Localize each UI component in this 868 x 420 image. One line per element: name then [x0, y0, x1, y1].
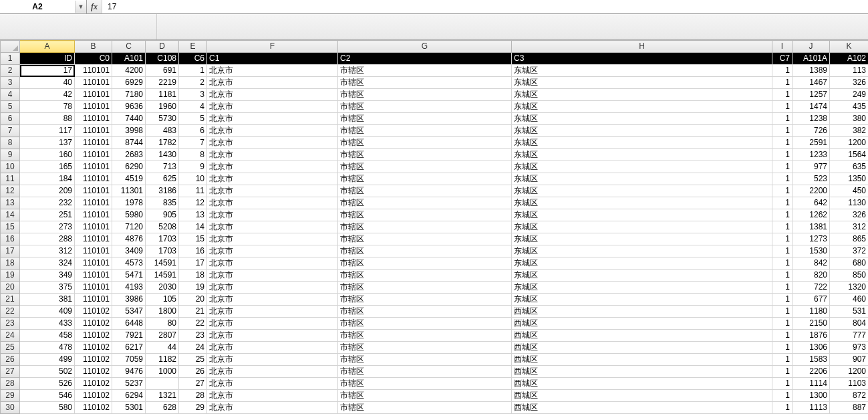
cell-F22[interactable]: 北京市	[207, 306, 338, 318]
cell-I21[interactable]: 1	[772, 294, 792, 306]
cell-K27[interactable]: 1200	[830, 366, 869, 378]
cell-E27[interactable]: 26	[179, 366, 207, 378]
cell-D5[interactable]: 1960	[146, 101, 179, 113]
cell-D29[interactable]: 1321	[146, 390, 179, 402]
row-header-12[interactable]: 12	[1, 185, 20, 197]
cell-C28[interactable]: 5237	[112, 378, 146, 390]
cell-A13[interactable]: 232	[20, 197, 75, 209]
row-header-30[interactable]: 30	[1, 402, 20, 414]
cell-D1[interactable]: C108	[146, 53, 179, 65]
row-header-7[interactable]: 7	[1, 125, 20, 137]
cell-I20[interactable]: 1	[772, 282, 792, 294]
cell-F8[interactable]: 北京市	[207, 137, 338, 149]
cell-J18[interactable]: 842	[792, 257, 830, 270]
cell-J5[interactable]: 1474	[792, 101, 830, 113]
cell-H15[interactable]: 东城区	[512, 221, 772, 233]
cell-C29[interactable]: 6294	[112, 390, 146, 402]
cell-C20[interactable]: 4193	[112, 282, 146, 294]
cell-J9[interactable]: 1233	[792, 149, 830, 161]
cell-K4[interactable]: 249	[830, 89, 869, 101]
cell-D28[interactable]	[146, 378, 179, 390]
row-header-24[interactable]: 24	[1, 330, 20, 342]
column-header-E[interactable]: E	[179, 41, 207, 53]
fx-icon[interactable]: fx	[90, 2, 99, 12]
cell-B1[interactable]: C0	[75, 53, 112, 65]
cell-B4[interactable]: 110101	[75, 89, 112, 101]
cell-E4[interactable]: 3	[179, 89, 207, 101]
cell-D2[interactable]: 691	[146, 65, 179, 77]
cell-C1[interactable]: A101	[112, 53, 146, 65]
cell-A7[interactable]: 117	[20, 125, 75, 137]
cell-B30[interactable]: 110102	[75, 402, 112, 414]
cell-J4[interactable]: 1257	[792, 89, 830, 101]
cell-G13[interactable]: 市辖区	[338, 197, 512, 209]
cell-C16[interactable]: 4876	[112, 233, 146, 245]
cell-E17[interactable]: 16	[179, 245, 207, 257]
row-header-29[interactable]: 29	[1, 390, 20, 402]
cell-D8[interactable]: 1782	[146, 137, 179, 149]
cell-B21[interactable]: 110101	[75, 294, 112, 306]
cell-H2[interactable]: 东城区	[512, 65, 772, 77]
cell-K17[interactable]: 372	[830, 245, 869, 257]
cell-H21[interactable]: 东城区	[512, 294, 772, 306]
cell-H6[interactable]: 东城区	[512, 113, 772, 125]
cell-J10[interactable]: 977	[792, 161, 830, 173]
cell-C13[interactable]: 1978	[112, 197, 146, 209]
cell-E14[interactable]: 13	[179, 209, 207, 221]
cell-H17[interactable]: 东城区	[512, 245, 772, 257]
cell-J13[interactable]: 642	[792, 197, 830, 209]
cell-I2[interactable]: 1	[772, 65, 792, 77]
cell-G10[interactable]: 市辖区	[338, 161, 512, 173]
cell-H3[interactable]: 东城区	[512, 77, 772, 89]
cell-H4[interactable]: 东城区	[512, 89, 772, 101]
cell-I26[interactable]: 1	[772, 354, 792, 366]
cell-I9[interactable]: 1	[772, 149, 792, 161]
cell-G16[interactable]: 市辖区	[338, 233, 512, 245]
cell-C9[interactable]: 2683	[112, 149, 146, 161]
cell-I5[interactable]: 1	[772, 101, 792, 113]
name-box-dropdown[interactable]: ▼	[75, 1, 86, 13]
cell-C25[interactable]: 6217	[112, 342, 146, 354]
cell-A14[interactable]: 251	[20, 209, 75, 221]
cell-E8[interactable]: 7	[179, 137, 207, 149]
cell-K24[interactable]: 777	[830, 330, 869, 342]
cell-A27[interactable]: 502	[20, 366, 75, 378]
cell-I29[interactable]: 1	[772, 390, 792, 402]
sheet-area[interactable]: ABCDEFGHIJK 1IDC0A101C108C6C1C2C3C7A101A…	[0, 40, 868, 420]
cell-J6[interactable]: 1238	[792, 113, 830, 125]
cell-K10[interactable]: 635	[830, 161, 869, 173]
cell-I12[interactable]: 1	[772, 185, 792, 197]
cell-K23[interactable]: 804	[830, 318, 869, 330]
cell-H29[interactable]: 西城区	[512, 390, 772, 402]
row-header-13[interactable]: 13	[1, 197, 20, 209]
cell-H23[interactable]: 西城区	[512, 318, 772, 330]
cell-J15[interactable]: 1381	[792, 221, 830, 233]
cell-K25[interactable]: 973	[830, 342, 869, 354]
cell-J19[interactable]: 820	[792, 270, 830, 282]
cell-C7[interactable]: 3998	[112, 125, 146, 137]
cell-F18[interactable]: 北京市	[207, 257, 338, 270]
cell-G29[interactable]: 市辖区	[338, 390, 512, 402]
cell-A10[interactable]: 165	[20, 161, 75, 173]
cell-A3[interactable]: 40	[20, 77, 75, 89]
column-header-J[interactable]: J	[792, 41, 830, 53]
cell-E11[interactable]: 10	[179, 173, 207, 185]
cell-I6[interactable]: 1	[772, 113, 792, 125]
cell-G30[interactable]: 市辖区	[338, 402, 512, 414]
cell-E1[interactable]: C6	[179, 53, 207, 65]
cell-G20[interactable]: 市辖区	[338, 282, 512, 294]
cell-B12[interactable]: 110101	[75, 185, 112, 197]
cell-K18[interactable]: 680	[830, 257, 869, 270]
cell-G5[interactable]: 市辖区	[338, 101, 512, 113]
cell-J25[interactable]: 1306	[792, 342, 830, 354]
cell-B19[interactable]: 110101	[75, 270, 112, 282]
cell-I17[interactable]: 1	[772, 245, 792, 257]
cell-C14[interactable]: 5980	[112, 209, 146, 221]
cell-A24[interactable]: 458	[20, 330, 75, 342]
cell-C18[interactable]: 4573	[112, 257, 146, 270]
cell-E23[interactable]: 22	[179, 318, 207, 330]
cell-B24[interactable]: 110102	[75, 330, 112, 342]
cell-E29[interactable]: 28	[179, 390, 207, 402]
cell-H13[interactable]: 东城区	[512, 197, 772, 209]
cell-K2[interactable]: 113	[830, 65, 869, 77]
